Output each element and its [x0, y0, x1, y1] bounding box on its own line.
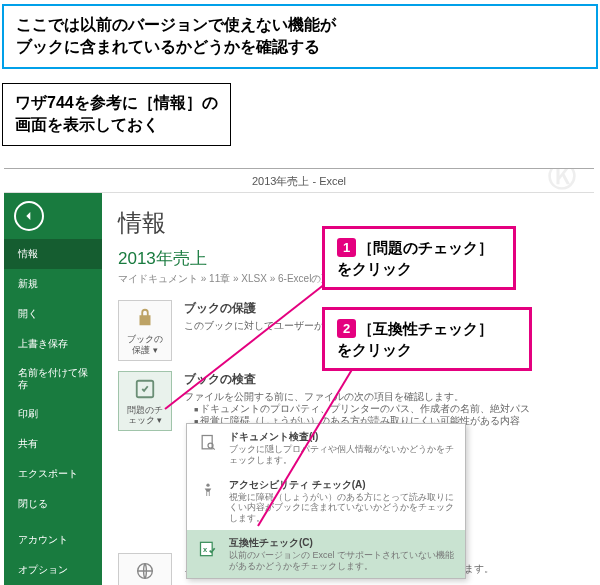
sidebar: 情報 新規 開く 上書き保存 名前を付けて保存 印刷 共有 エクスポート 閉じる… [4, 193, 102, 585]
menu-item-desc: 以前のバージョンの Excel でサポートされていない機能があるかどうかをチェッ… [229, 550, 457, 572]
callout-2: 2［互換性チェック］ をクリック [322, 307, 532, 371]
browser-view-options-button[interactable]: ブラウザーの表示オプション [118, 553, 172, 585]
arrow-left-icon [21, 208, 37, 224]
menu-item-desc: ブックに隠しプロパティや個人情報がないかどうかをチェックします。 [229, 444, 457, 466]
intro-note-1: ここでは以前のバージョンで使えない機能が ブックに含まれているかどうかを確認する [2, 4, 598, 69]
menu-item-title: 互換性チェック(C) [229, 536, 457, 550]
step-number-2: 2 [337, 319, 356, 338]
lock-icon [132, 305, 158, 331]
sidebar-item-save[interactable]: 上書き保存 [4, 329, 102, 359]
sidebar-item-options[interactable]: オプション [4, 555, 102, 585]
menu-item-title: ドキュメント検査(I) [229, 430, 457, 444]
accessibility-icon [195, 478, 221, 504]
sidebar-item-info[interactable]: 情報 [4, 239, 102, 269]
callout-1: 1［問題のチェック］ をクリック [322, 226, 516, 290]
check-issues-dropdown: ドキュメント検査(I) ブックに隠しプロパティや個人情報がないかどうかをチェック… [186, 423, 466, 579]
browser-icon [132, 558, 158, 584]
sidebar-item-new[interactable]: 新規 [4, 269, 102, 299]
text: ブックに含まれているかどうかを確認する [16, 38, 320, 55]
text: ここでは以前のバージョンで使えない機能が [16, 16, 336, 33]
sidebar-item-close[interactable]: 閉じる [4, 489, 102, 519]
sidebar-item-saveas[interactable]: 名前を付けて保存 [4, 359, 102, 399]
inspect-icon [132, 376, 158, 402]
sidebar-item-account[interactable]: アカウント [4, 525, 102, 555]
section-title: ブックの検査 [184, 371, 578, 388]
text: 画面を表示しておく [15, 116, 159, 133]
sidebar-item-print[interactable]: 印刷 [4, 399, 102, 429]
window-title-bar: 2013年売上 - Excel Ⓚ [4, 169, 594, 193]
check-for-issues-button[interactable]: 問題のチェック ▾ [118, 371, 172, 432]
window-title: 2013年売上 - Excel [252, 175, 346, 187]
svg-rect-1 [202, 436, 212, 449]
menu-item-inspect-document[interactable]: ドキュメント検査(I) ブックに隠しプロパティや個人情報がないかどうかをチェック… [187, 424, 465, 472]
svg-point-4 [206, 483, 209, 486]
menu-item-title: アクセシビリティ チェック(A) [229, 478, 457, 492]
step-number-1: 1 [337, 238, 356, 257]
sidebar-item-export[interactable]: エクスポート [4, 459, 102, 489]
bullet: ドキュメントのプロパティ、プリンターのパス、作成者の名前、絶対パス [194, 403, 578, 415]
watermark-icon: Ⓚ [548, 168, 576, 189]
menu-item-accessibility-check[interactable]: アクセシビリティ チェック(A) 視覚に障碍（しょうがい）のある方にとって読み取… [187, 472, 465, 530]
sidebar-item-open[interactable]: 開く [4, 299, 102, 329]
text: ワザ744を参考に［情報］の [15, 94, 218, 111]
intro-note-2: ワザ744を参考に［情報］の 画面を表示しておく [2, 83, 231, 146]
menu-item-compatibility-check[interactable]: x 互換性チェック(C) 以前のバージョンの Excel でサポートされていない… [187, 530, 465, 578]
protect-workbook-button[interactable]: ブックの保護 ▾ [118, 300, 172, 361]
button-label: 問題のチェック ▾ [123, 405, 167, 427]
back-button[interactable] [14, 201, 44, 231]
button-label: ブックの保護 ▾ [123, 334, 167, 356]
document-search-icon [195, 430, 221, 456]
excel-checkmark-icon: x [195, 536, 221, 562]
sidebar-item-share[interactable]: 共有 [4, 429, 102, 459]
